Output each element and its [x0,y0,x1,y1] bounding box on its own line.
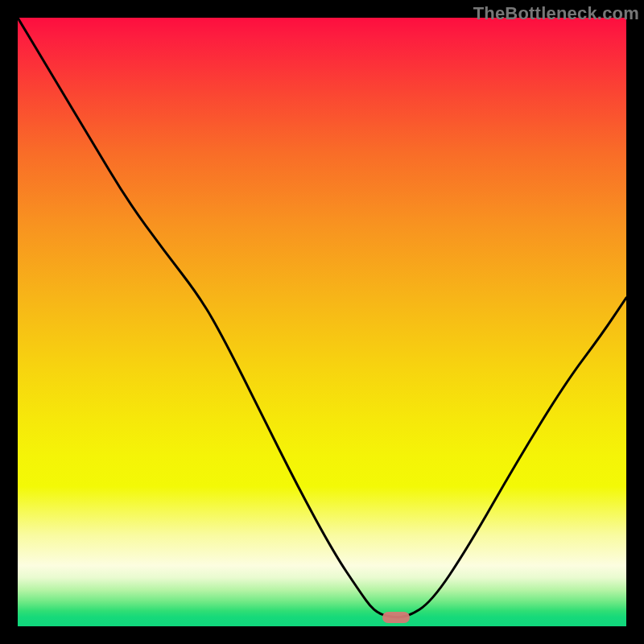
watermark-text: TheBottleneck.com [473,3,639,24]
chart-frame: TheBottleneck.com [0,0,644,644]
optimal-marker [382,612,410,623]
bottleneck-curve [18,18,626,626]
chart-plot-area [18,18,626,626]
